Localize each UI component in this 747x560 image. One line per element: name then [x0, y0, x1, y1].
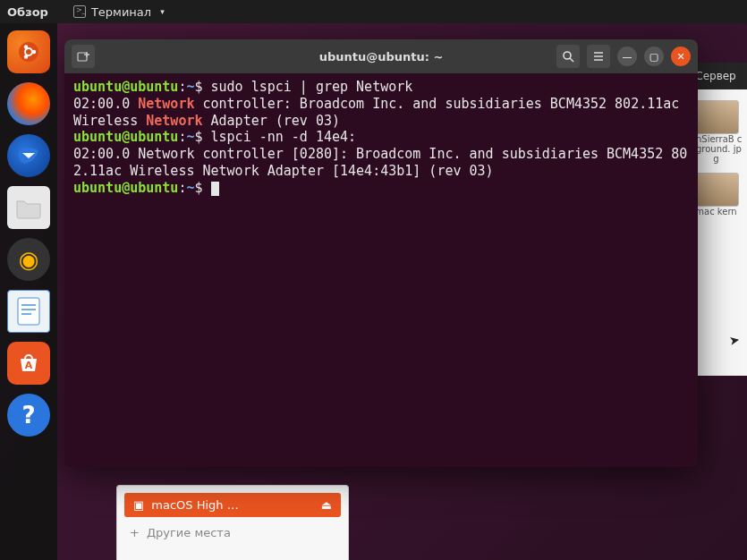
sidebar-item-label: Другие места	[147, 526, 231, 539]
dock-help[interactable]: ?	[7, 394, 50, 437]
hamburger-menu-button[interactable]	[587, 45, 610, 68]
close-icon: ✕	[676, 51, 684, 63]
plus-icon: +	[130, 526, 140, 539]
sidebar-item-other-places[interactable]: + Другие места	[117, 521, 348, 545]
new-tab-icon	[76, 49, 90, 64]
active-app-menu[interactable]: Терминал ▾	[73, 5, 165, 19]
sidebar-item-usb[interactable]: ▣ macOS High … ⏏	[124, 493, 341, 517]
activities-button[interactable]: Обзор	[7, 5, 48, 19]
dock: ◉ A ?	[0, 23, 57, 560]
dock-firefox[interactable]	[7, 82, 50, 125]
search-icon	[562, 50, 574, 63]
terminal-icon	[73, 5, 86, 18]
prompt-symbol: $	[194, 79, 202, 95]
terminal-line: Adapter (rev 03)	[203, 113, 341, 129]
top-panel: Обзор Терминал ▾	[0, 0, 747, 23]
svg-point-2	[32, 50, 36, 54]
new-tab-button[interactable]	[72, 45, 95, 68]
terminal-command: sudo lspci | grep Network	[211, 79, 413, 95]
image-thumbnail-icon	[694, 100, 739, 134]
prompt-symbol: $	[194, 180, 202, 196]
maximize-icon: ▢	[649, 51, 658, 63]
minimize-button[interactable]: —	[617, 47, 637, 66]
dock-thunderbird[interactable]	[7, 134, 50, 177]
folder-icon	[15, 196, 42, 219]
mouse-cursor-icon: ➤	[728, 332, 741, 348]
dock-rhythmbox[interactable]: ◉	[7, 238, 50, 281]
prompt-user: ubuntu@ubuntu	[73, 180, 178, 196]
sidebar-item-label: macOS High …	[151, 498, 238, 512]
svg-point-13	[564, 52, 571, 59]
filemanager-tab-label: Сервер	[695, 70, 735, 82]
usb-icon: ▣	[133, 498, 144, 512]
grep-match: Network	[146, 113, 202, 129]
files-sidebar-peek: ▣ macOS High … ⏏ + Другие места	[116, 485, 349, 560]
terminal-titlebar[interactable]: ubuntu@ubuntu: ~ — ▢ ✕	[64, 39, 698, 73]
minimize-icon: —	[623, 51, 632, 63]
svg-point-3	[24, 45, 28, 48]
search-button[interactable]	[556, 45, 580, 68]
active-app-label: Терминал	[91, 5, 151, 19]
terminal-window: ubuntu@ubuntu: ~ — ▢ ✕ ubuntu@ubuntu:~$ …	[64, 39, 698, 467]
svg-rect-5	[18, 298, 39, 325]
hamburger-icon	[592, 50, 605, 63]
dock-libreoffice-writer[interactable]	[7, 290, 50, 333]
thunderbird-icon	[15, 142, 42, 169]
close-button[interactable]: ✕	[671, 47, 691, 66]
prompt-user: ubuntu@ubuntu	[73, 79, 178, 95]
svg-line-14	[570, 58, 573, 62]
dock-files[interactable]	[7, 186, 50, 229]
dock-ubuntu-software[interactable]: A	[7, 342, 50, 385]
terminal-line: 02:00.0	[73, 96, 138, 112]
grep-match: Network	[138, 96, 194, 112]
speaker-icon: ◉	[19, 246, 39, 273]
dock-show-applications[interactable]	[7, 30, 50, 73]
window-title: ubuntu@ubuntu: ~	[319, 50, 444, 64]
terminal-cursor	[211, 182, 219, 196]
prompt-symbol: $	[194, 129, 202, 145]
terminal-output[interactable]: ubuntu@ubuntu:~$ sudo lspci | grep Netwo…	[64, 73, 698, 467]
svg-point-4	[24, 55, 28, 58]
svg-text:A: A	[25, 360, 33, 371]
help-icon: ?	[21, 402, 35, 428]
document-icon	[15, 296, 42, 327]
eject-icon[interactable]: ⏏	[321, 498, 332, 512]
prompt-user: ubuntu@ubuntu	[73, 129, 178, 145]
terminal-command: lspci -nn -d 14e4:	[211, 129, 357, 145]
image-thumbnail-icon	[694, 173, 739, 207]
chevron-down-icon: ▾	[160, 7, 165, 16]
shopping-bag-icon: A	[15, 350, 42, 377]
terminal-line: 02:00.0 Network controller [0280]: Broad…	[73, 146, 687, 179]
maximize-button[interactable]: ▢	[644, 47, 664, 66]
ubuntu-logo-icon	[18, 41, 39, 63]
